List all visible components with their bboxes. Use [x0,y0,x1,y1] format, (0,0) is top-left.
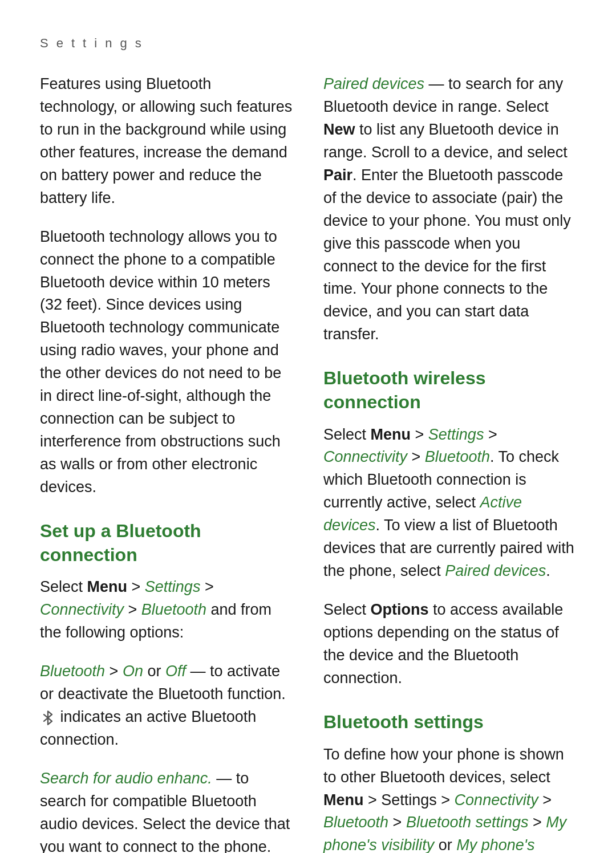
section2-para2: Select Options to access available optio… [323,599,576,690]
left-column: Features using Bluetooth technology, or … [40,73,293,853]
bullet1-bluetooth: Bluetooth > On or Off — to activate or d… [40,660,293,752]
left-para2: Bluetooth technology allows you to conne… [40,226,293,499]
section3-heading: Bluetooth settings [323,710,576,734]
section3-para1: To define how your phone is shown to oth… [323,744,576,853]
section1-nav-path: Select Menu > Settings > Connectivity > … [40,576,293,644]
bullet2-search: Search for audio enhanc. — to search for… [40,767,293,853]
section2-para1: Select Menu > Settings > Connectivity > … [323,424,576,583]
section2-heading: Bluetooth wirelessconnection [323,367,576,414]
bluetooth-icon [40,710,56,726]
bullet3-paired: Paired devices — to search for any Bluet… [323,73,576,346]
page-header: S e t t i n g s [40,34,576,52]
right-column: Paired devices — to search for any Bluet… [323,73,576,853]
page: S e t t i n g s Features using Bluetooth… [0,0,616,853]
two-column-layout: Features using Bluetooth technology, or … [40,73,576,853]
left-para1: Features using Bluetooth technology, or … [40,73,293,210]
section1-heading: Set up a Bluetoothconnection [40,519,293,567]
